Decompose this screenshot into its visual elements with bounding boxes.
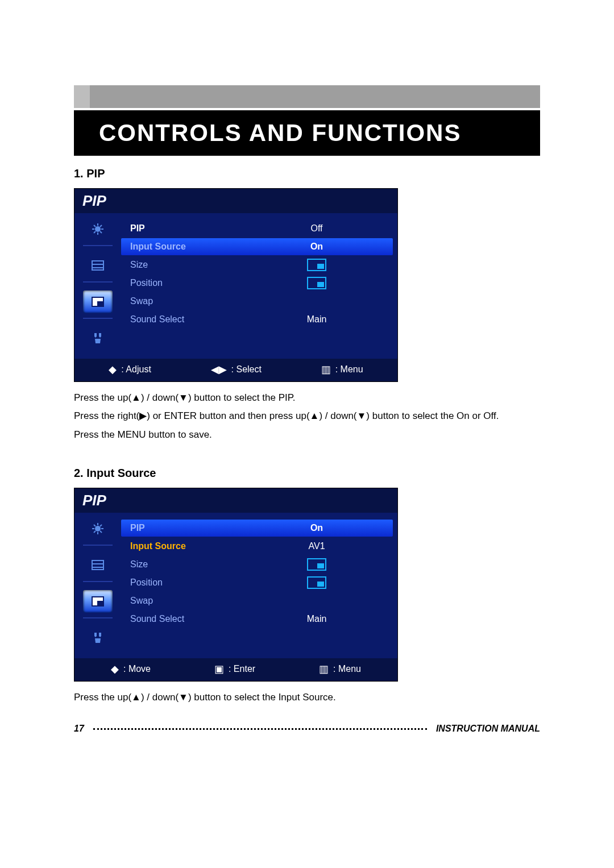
footer-label: INSTRUCTION MANUAL	[436, 724, 540, 734]
osd-row-input-source[interactable]: Input Source AV1	[121, 538, 393, 555]
manual-page: CONTROLS AND FUNCTIONS 1. PIP PIP PIP Of…	[0, 0, 614, 768]
svg-rect-7	[92, 560, 103, 570]
menu-icon: ▥	[321, 364, 331, 375]
header-tab	[74, 85, 90, 108]
hint-label: : Enter	[229, 664, 255, 674]
osd-sidebar	[74, 513, 121, 658]
svg-rect-1	[92, 261, 103, 270]
osd-row-input-source[interactable]: Input Source On	[121, 238, 393, 255]
page-footer: 17 INSTRUCTION MANUAL	[74, 724, 540, 734]
layout-icon[interactable]	[83, 254, 113, 277]
osd-value: Off	[240, 223, 393, 234]
osd-value: On	[240, 242, 393, 252]
osd-label: Sound Select	[121, 614, 240, 624]
hint-label: : Move	[123, 664, 151, 674]
osd-screenshot-2: PIP PIP On Input Source AV1	[74, 488, 398, 682]
osd-label: PIP	[121, 523, 240, 533]
tools-icon[interactable]	[83, 626, 113, 649]
hint-enter: ▣: Enter	[214, 664, 255, 674]
osd-label: Size	[121, 260, 240, 270]
hint-label: : Menu	[335, 364, 363, 375]
updown-icon: ◆	[111, 664, 119, 674]
osd-label: Position	[121, 578, 240, 588]
svg-point-0	[95, 226, 101, 232]
svg-rect-5	[98, 302, 102, 305]
osd-label: Swap	[121, 596, 240, 606]
osd-row-position[interactable]: Position	[121, 574, 393, 591]
osd-value: On	[240, 523, 393, 533]
hint-select: ◀▶: Select	[211, 364, 262, 375]
instruction-line: Press the up(▲) / down(▼) button to sele…	[74, 389, 540, 407]
gear-icon[interactable]	[83, 517, 113, 540]
osd-footer: ◆: Adjust ◀▶: Select ▥: Menu	[74, 359, 397, 381]
svg-rect-11	[98, 601, 102, 605]
osd-row-pip[interactable]: PIP On	[121, 520, 393, 537]
instruction-text: Press the up(▲) / down(▼) button to sele…	[74, 682, 540, 707]
hint-label: : Select	[231, 364, 262, 375]
osd-value	[240, 558, 393, 571]
osd-label: Swap	[121, 296, 240, 306]
section-heading-2: 2. Input Source	[74, 455, 540, 484]
osd-row-size[interactable]: Size	[121, 256, 393, 273]
hint-menu: ▥: Menu	[321, 364, 363, 375]
osd-row-pip[interactable]: PIP Off	[121, 220, 393, 237]
osd-row-swap[interactable]: Swap	[121, 592, 393, 609]
osd-label: Size	[121, 559, 240, 570]
hint-menu: ▥: Menu	[319, 664, 361, 674]
osd-value	[240, 576, 393, 589]
svg-point-6	[95, 526, 101, 531]
osd-value: Main	[240, 314, 393, 325]
pip-icon[interactable]	[83, 290, 113, 313]
hint-move: ◆: Move	[111, 664, 151, 674]
osd-sidebar	[74, 213, 121, 359]
section-heading-1: 1. PIP	[74, 156, 540, 185]
instruction-line: Press the MENU button to save.	[74, 426, 540, 444]
menu-icon: ▥	[319, 664, 329, 674]
gear-icon[interactable]	[83, 218, 113, 240]
pip-icon[interactable]	[83, 590, 113, 613]
osd-row-sound[interactable]: Sound Select Main	[121, 610, 393, 628]
osd-value: Main	[240, 614, 393, 624]
osd-value	[240, 259, 393, 271]
osd-row-sound[interactable]: Sound Select Main	[121, 311, 393, 328]
osd-label: Input Source	[121, 242, 240, 252]
tools-icon[interactable]	[83, 327, 113, 350]
hint-adjust: ◆: Adjust	[109, 364, 151, 375]
osd-content: PIP Off Input Source On Size Position Sw…	[121, 213, 397, 359]
footer-dots	[93, 728, 427, 730]
leftright-icon: ◀▶	[211, 364, 227, 375]
osd-label: Position	[121, 278, 240, 288]
hint-label: : Adjust	[121, 364, 151, 375]
osd-label: Sound Select	[121, 314, 240, 325]
header-bar	[74, 85, 540, 108]
enter-icon: ▣	[214, 664, 224, 674]
osd-footer: ◆: Move ▣: Enter ▥: Menu	[74, 658, 397, 681]
osd-value	[240, 277, 393, 289]
osd-title: PIP	[74, 189, 397, 213]
osd-label: PIP	[121, 223, 240, 234]
hint-label: : Menu	[333, 664, 361, 674]
osd-value: AV1	[240, 541, 393, 551]
osd-screenshot-1: PIP PIP Off Input Source On	[74, 188, 398, 382]
osd-content: PIP On Input Source AV1 Size Position Sw…	[121, 513, 397, 658]
osd-title: PIP	[74, 488, 397, 513]
osd-label: Input Source	[121, 541, 240, 551]
osd-row-position[interactable]: Position	[121, 275, 393, 292]
layout-icon[interactable]	[83, 554, 113, 576]
instruction-text: Press the up(▲) / down(▼) button to sele…	[74, 382, 540, 444]
page-title: CONTROLS AND FUNCTIONS	[74, 110, 540, 156]
osd-row-swap[interactable]: Swap	[121, 293, 393, 310]
instruction-line: Press the right(▶) or ENTER button and t…	[74, 407, 540, 425]
updown-icon: ◆	[109, 364, 117, 375]
instruction-line: Press the up(▲) / down(▼) button to sele…	[74, 688, 540, 707]
osd-row-size[interactable]: Size	[121, 556, 393, 573]
page-number: 17	[74, 724, 84, 734]
